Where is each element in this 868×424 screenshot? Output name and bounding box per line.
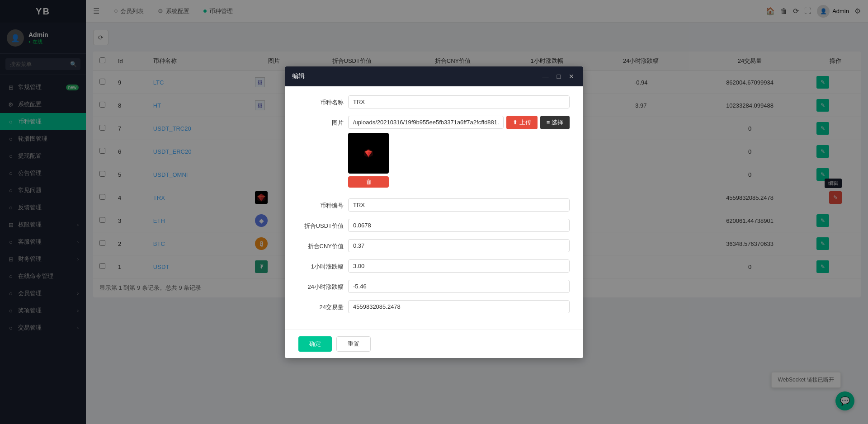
vol24-label: 24交易量 [298, 300, 344, 311]
modal-close-button[interactable]: ✕ [567, 72, 576, 81]
modal-footer: 确定 重置 [285, 330, 583, 358]
cny-input[interactable] [348, 239, 570, 252]
list-icon: ≡ [547, 119, 550, 126]
modal-minimize-button[interactable]: — [541, 72, 551, 81]
select-button[interactable]: ≡ 选择 [540, 116, 570, 129]
reset-button[interactable]: 重置 [336, 336, 371, 352]
modal-controls: — □ ✕ [541, 72, 576, 81]
form-row-usdt: 折合USDT价值 [298, 219, 570, 232]
upload-icon: ⬆ [513, 119, 518, 126]
coin-name-label: 币种名称 [298, 95, 344, 107]
cny-label: 折合CNY价值 [298, 239, 344, 250]
modal-title: 编辑 [292, 72, 305, 80]
h24-input[interactable] [348, 280, 570, 293]
img-label: 图片 [298, 116, 344, 127]
coin-code-label: 币种编号 [298, 198, 344, 210]
coin-code-input[interactable] [348, 198, 570, 212]
h24-label: 24小时涨跌幅 [298, 280, 344, 291]
form-row-img: 图片 ⬆ 上传 ≡ 选择 [298, 116, 570, 191]
img-preview [348, 133, 389, 174]
img-path-input[interactable] [348, 116, 504, 129]
vol24-input[interactable] [348, 300, 570, 313]
edit-modal: 编辑 — □ ✕ 币种名称 图片 [285, 66, 583, 358]
coin-name-input[interactable] [348, 95, 570, 108]
h1-input[interactable] [348, 259, 570, 273]
modal-restore-button[interactable]: □ [555, 72, 562, 81]
form-row-coin-name: 币种名称 [298, 95, 570, 108]
usdt-label: 折合USDT价值 [298, 219, 344, 230]
usdt-input[interactable] [348, 219, 570, 232]
modal-overlay: 编辑 — □ ✕ 币种名称 图片 [0, 0, 868, 424]
trx-preview-image [363, 148, 373, 158]
upload-button[interactable]: ⬆ 上传 [506, 116, 538, 129]
h1-label: 1小时涨跌幅 [298, 259, 344, 271]
form-row-h1: 1小时涨跌幅 [298, 259, 570, 273]
modal-body: 币种名称 图片 ⬆ 上传 ≡ [285, 86, 583, 330]
form-row-coin-code: 币种编号 [298, 198, 570, 212]
img-preview-wrap: 🗑 [348, 133, 570, 188]
form-row-cny: 折合CNY价值 [298, 239, 570, 252]
delete-image-button[interactable]: 🗑 [348, 176, 389, 188]
form-row-h24: 24小时涨跌幅 [298, 280, 570, 293]
modal-header: 编辑 — □ ✕ [285, 66, 583, 86]
form-row-vol24: 24交易量 [298, 300, 570, 313]
confirm-button[interactable]: 确定 [298, 336, 332, 352]
